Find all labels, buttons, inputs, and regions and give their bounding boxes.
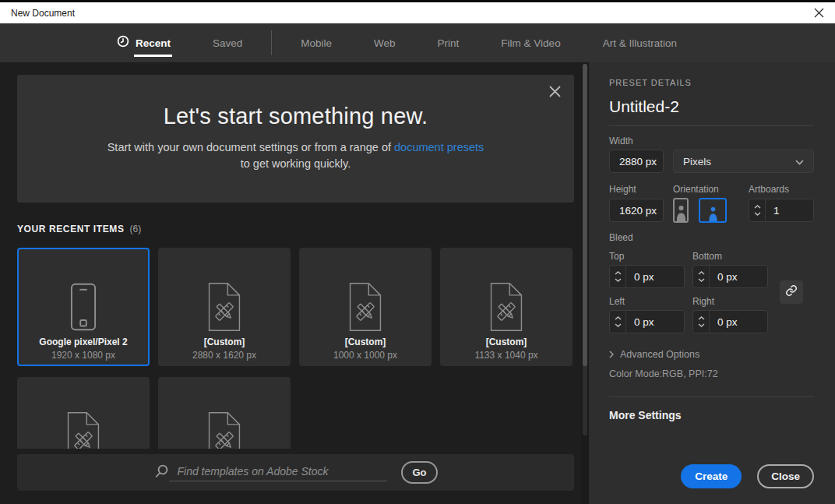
tab-divider bbox=[271, 30, 272, 55]
clock-icon bbox=[117, 35, 129, 51]
link-bleed-values-button[interactable] bbox=[780, 280, 803, 304]
dialog-title: New Document bbox=[11, 8, 75, 19]
recent-item-size: 1000 x 1000 px bbox=[333, 350, 397, 361]
bleed-bottom-input[interactable] bbox=[710, 266, 767, 287]
chevron-up-icon bbox=[754, 205, 761, 209]
close-icon[interactable] bbox=[814, 8, 824, 18]
document-presets-link[interactable]: document presets bbox=[394, 141, 484, 153]
tab-film-video[interactable]: Film & Video bbox=[501, 23, 560, 62]
chevron-up-icon bbox=[698, 316, 705, 320]
recent-items-header: YOUR RECENT ITEMS (6) bbox=[17, 224, 581, 234]
height-label: Height bbox=[609, 184, 673, 195]
tab-label: Mobile bbox=[301, 37, 332, 49]
close-button[interactable]: Close bbox=[757, 464, 814, 488]
artboards-input[interactable] bbox=[766, 199, 813, 221]
recent-item-size: 1133 x 1040 px bbox=[474, 350, 537, 361]
recent-item-card[interactable]: [Custom] 1000 x 1000 px bbox=[299, 248, 432, 366]
link-icon bbox=[785, 284, 798, 300]
scrollbar-thumb[interactable] bbox=[583, 64, 587, 366]
stock-search-panel: Go bbox=[17, 454, 574, 491]
recent-item-size: 2880 x 1620 px bbox=[192, 350, 256, 361]
width-label: Width bbox=[609, 136, 814, 146]
recent-items-title: YOUR RECENT ITEMS bbox=[17, 224, 125, 234]
bleed-left-input[interactable] bbox=[626, 311, 684, 333]
scrollbar-gutter bbox=[581, 62, 589, 504]
units-value: Pixels bbox=[683, 156, 711, 167]
units-select[interactable]: Pixels bbox=[673, 150, 814, 173]
recent-item-card[interactable] bbox=[17, 377, 150, 449]
tab-web[interactable]: Web bbox=[374, 23, 396, 62]
stepper-arrows[interactable] bbox=[610, 266, 626, 287]
bleed-top-input[interactable] bbox=[626, 266, 684, 287]
bleed-top-label: Top bbox=[609, 251, 685, 262]
tab-saved[interactable]: Saved bbox=[213, 23, 242, 62]
bleed-bottom-stepper bbox=[692, 265, 768, 288]
tab-mobile[interactable]: Mobile bbox=[301, 23, 332, 62]
hero-subtitle-text-2: to get working quickly. bbox=[17, 156, 574, 172]
content-scrollview: Let's start something new. Start with yo… bbox=[0, 62, 581, 449]
document-preset-icon bbox=[203, 379, 245, 449]
recent-item-name: [Custom] bbox=[486, 337, 527, 347]
document-preset-icon bbox=[203, 249, 245, 332]
bleed-bottom-label: Bottom bbox=[692, 251, 768, 262]
search-icon bbox=[153, 463, 169, 482]
portrait-orientation-icon[interactable] bbox=[673, 198, 689, 223]
recent-item-card[interactable]: Google pixel/Pixel 2 1920 x 1080 px bbox=[17, 248, 150, 366]
vertical-scrollbar[interactable] bbox=[583, 64, 587, 435]
document-preset-icon bbox=[62, 379, 104, 449]
bleed-left-label: Left bbox=[609, 296, 685, 307]
stepper-arrows[interactable] bbox=[749, 199, 766, 221]
phone-icon bbox=[70, 249, 97, 332]
landscape-orientation-icon[interactable] bbox=[699, 198, 727, 223]
hero-subtitle-text: Start with your own document settings or… bbox=[107, 141, 394, 153]
stepper-arrows[interactable] bbox=[693, 311, 710, 333]
tab-label: Web bbox=[374, 37, 396, 49]
recent-item-name: [Custom] bbox=[345, 337, 386, 347]
tab-bar: Recent Saved Mobile Web Print Film & Vid… bbox=[0, 23, 835, 62]
hero-banner: Let's start something new. Start with yo… bbox=[17, 75, 574, 203]
preset-details-heading: PRESET DETAILS bbox=[609, 78, 814, 87]
recent-item-name: Google pixel/Pixel 2 bbox=[39, 337, 127, 347]
orientation-label: Orientation bbox=[673, 184, 749, 195]
document-name-field[interactable]: Untitled-2 bbox=[609, 97, 814, 126]
tab-art-illustration[interactable]: Art & Illustration bbox=[603, 23, 677, 62]
go-button[interactable]: Go bbox=[401, 461, 437, 484]
advanced-options-toggle[interactable]: Advanced Options bbox=[609, 347, 814, 361]
hero-title: Let's start something new. bbox=[17, 104, 574, 129]
tab-label: Film & Video bbox=[501, 37, 560, 49]
recent-item-card[interactable]: [Custom] 2880 x 1620 px bbox=[158, 248, 291, 366]
dialog-body: Let's start something new. Start with yo… bbox=[0, 62, 835, 504]
recent-item-size: 1920 x 1080 px bbox=[51, 350, 115, 361]
hero-close-icon[interactable] bbox=[548, 85, 562, 98]
panel-divider bbox=[609, 397, 814, 397]
recent-item-name: [Custom] bbox=[204, 337, 245, 347]
chevron-down-icon bbox=[615, 278, 622, 282]
bleed-right-input[interactable] bbox=[710, 311, 767, 333]
tab-label: Art & Illustration bbox=[603, 37, 677, 49]
create-button[interactable]: Create bbox=[681, 464, 742, 488]
tab-print[interactable]: Print bbox=[438, 23, 460, 62]
chevron-right-icon bbox=[609, 347, 614, 361]
new-document-dialog: New Document Recent Saved Mobile Web Pri… bbox=[0, 0, 835, 504]
recent-item-card[interactable]: [Custom] 1133 x 1040 px bbox=[440, 248, 573, 366]
tab-recent[interactable]: Recent bbox=[117, 23, 171, 62]
chevron-down-icon bbox=[754, 212, 761, 216]
bleed-right-stepper bbox=[692, 310, 768, 333]
advanced-options-label: Advanced Options bbox=[620, 349, 699, 360]
width-input[interactable] bbox=[609, 150, 664, 173]
document-preset-icon bbox=[485, 249, 527, 332]
recent-item-card[interactable] bbox=[158, 377, 291, 449]
height-input[interactable] bbox=[609, 199, 664, 222]
more-settings-link[interactable]: More Settings bbox=[609, 409, 814, 421]
document-preset-icon bbox=[344, 249, 386, 332]
tab-label: Saved bbox=[213, 37, 242, 49]
stock-search-input[interactable] bbox=[169, 463, 387, 481]
stepper-arrows[interactable] bbox=[610, 311, 626, 333]
stepper-arrows[interactable] bbox=[693, 266, 710, 287]
chevron-down-icon bbox=[698, 278, 705, 282]
stock-search-area: Go bbox=[0, 449, 581, 504]
color-mode-summary: Color Mode:RGB, PPI:72 bbox=[609, 368, 814, 379]
bleed-label: Bleed bbox=[609, 232, 814, 243]
recent-items-grid: Google pixel/Pixel 2 1920 x 1080 px [Cus… bbox=[17, 248, 574, 449]
chevron-down-icon bbox=[698, 323, 705, 327]
